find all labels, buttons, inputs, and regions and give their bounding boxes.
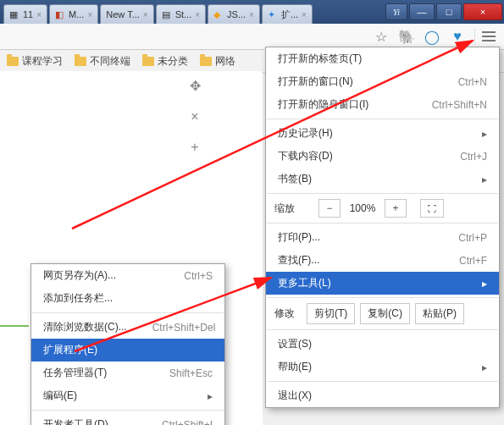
maximize-button[interactable]: □ xyxy=(436,3,462,20)
folder-icon xyxy=(200,57,212,66)
browser-tab[interactable]: ▦11× xyxy=(3,4,47,24)
evernote-icon[interactable]: 🐘 xyxy=(398,29,415,44)
close-window-button[interactable]: × xyxy=(463,3,502,20)
zoom-out-button[interactable]: − xyxy=(318,199,341,218)
close-icon[interactable]: × xyxy=(249,10,254,19)
page-icon: ✦ xyxy=(268,9,278,19)
menu-item-exit[interactable]: 退出(X) xyxy=(266,384,499,407)
menu-item-find[interactable]: 查找(F)...Ctrl+F xyxy=(266,249,499,272)
fullscreen-button[interactable]: ⛶ xyxy=(420,199,444,218)
page-icon: ▤ xyxy=(162,9,172,19)
menu-item-bookmarks[interactable]: 书签(B)▸ xyxy=(266,168,499,190)
page-icon: ◆ xyxy=(213,9,224,19)
close-icon[interactable]: × xyxy=(195,10,200,19)
menu-item-history[interactable]: 历史记录(H)▸ xyxy=(266,122,499,145)
folder-icon xyxy=(7,57,19,66)
star-icon[interactable]: ☆ xyxy=(373,29,390,44)
copy-button[interactable]: 复制(C) xyxy=(360,303,410,324)
zoom-row: 缩放 − 100% + ⛶ xyxy=(266,196,499,220)
menu-item-more-tools[interactable]: 更多工具(L)▸ xyxy=(266,272,499,295)
menu-item-task-manager[interactable]: 任务管理器(T)Shift+Esc xyxy=(31,362,224,384)
browser-tab[interactable]: ✦扩...× xyxy=(262,4,313,24)
menu-item-new-tab[interactable]: 打开新的标签页(T) xyxy=(266,47,499,70)
menu-item-extensions[interactable]: 扩展程序(E) xyxy=(31,339,224,362)
divider xyxy=(0,325,29,327)
edit-row: 修改 剪切(T) 复制(C) 粘贴(P) xyxy=(266,301,499,327)
close-tool-icon[interactable]: × xyxy=(191,109,198,124)
bookmark-folder[interactable]: 未分类 xyxy=(142,54,188,69)
menu-item-print[interactable]: 打印(P)...Ctrl+P xyxy=(266,226,499,249)
bookmark-folder[interactable]: 不同终端 xyxy=(75,54,130,69)
browser-tab[interactable]: ◧M...× xyxy=(49,4,98,24)
zoom-in-button[interactable]: + xyxy=(385,199,407,218)
more-tools-submenu: 网页另存为(A)...Ctrl+S 添加到任务栏... 清除浏览数据(C)...… xyxy=(30,263,225,425)
cut-button[interactable]: 剪切(T) xyxy=(307,303,355,324)
menu-item-clear-data[interactable]: 清除浏览数据(C)...Ctrl+Shift+Del xyxy=(31,316,224,339)
browser-tab[interactable]: ▤St...× xyxy=(156,4,206,24)
chevron-right-icon: ▸ xyxy=(482,128,487,140)
page-icon: ▦ xyxy=(9,9,19,19)
menu-item-downloads[interactable]: 下载内容(D)Ctrl+J xyxy=(266,145,499,168)
plus-icon[interactable]: + xyxy=(191,140,198,155)
bookmark-folder[interactable]: 网络 xyxy=(200,54,235,69)
menu-item-devtools[interactable]: 开发者工具(D)Ctrl+Shift+I xyxy=(31,413,224,425)
menu-item-encoding[interactable]: 编码(E)▸ xyxy=(31,384,224,407)
close-icon[interactable]: × xyxy=(36,10,42,19)
circle-icon[interactable]: ◯ xyxy=(424,29,440,44)
folder-icon xyxy=(75,57,86,66)
minimize-button[interactable]: — xyxy=(409,3,435,20)
chevron-right-icon: ▸ xyxy=(208,390,213,402)
menu-item-save-as[interactable]: 网页另存为(A)...Ctrl+S xyxy=(31,264,224,287)
shield-icon[interactable]: ♥ xyxy=(449,29,466,44)
menu-item-help[interactable]: 帮助(E)▸ xyxy=(266,356,499,378)
main-menu: 打开新的标签页(T) 打开新的窗口(N)Ctrl+N 打开新的隐身窗口(I)Ct… xyxy=(265,47,500,408)
close-icon[interactable]: × xyxy=(302,10,307,19)
close-icon[interactable]: × xyxy=(87,10,92,19)
page-icon: ◧ xyxy=(55,9,65,19)
chevron-right-icon: ▸ xyxy=(482,362,487,373)
menu-item-new-window[interactable]: 打开新的窗口(N)Ctrl+N xyxy=(266,70,499,93)
edit-label: 修改 xyxy=(274,306,295,321)
chevron-right-icon: ▸ xyxy=(482,278,487,290)
browser-tab[interactable]: New T...× xyxy=(100,4,153,24)
menu-button[interactable] xyxy=(474,28,499,45)
paste-button[interactable]: 粘贴(P) xyxy=(415,303,464,324)
folder-icon xyxy=(142,57,154,66)
bookmark-folder[interactable]: 课程学习 xyxy=(7,54,63,69)
zoom-percent: 100% xyxy=(347,202,378,214)
menu-item-settings[interactable]: 设置(S) xyxy=(266,333,499,356)
menu-item-incognito[interactable]: 打开新的隐身窗口(I)Ctrl+Shift+N xyxy=(266,93,499,116)
chevron-right-icon: ▸ xyxy=(482,174,487,185)
move-icon[interactable]: ✥ xyxy=(190,78,201,94)
close-icon[interactable]: × xyxy=(143,10,148,19)
zoom-label: 缩放 xyxy=(274,201,295,216)
branding-button[interactable]: Yi xyxy=(385,3,407,20)
menu-item-add-taskbar[interactable]: 添加到任务栏... xyxy=(31,287,224,310)
browser-tab[interactable]: ◆JS...× xyxy=(208,4,260,24)
